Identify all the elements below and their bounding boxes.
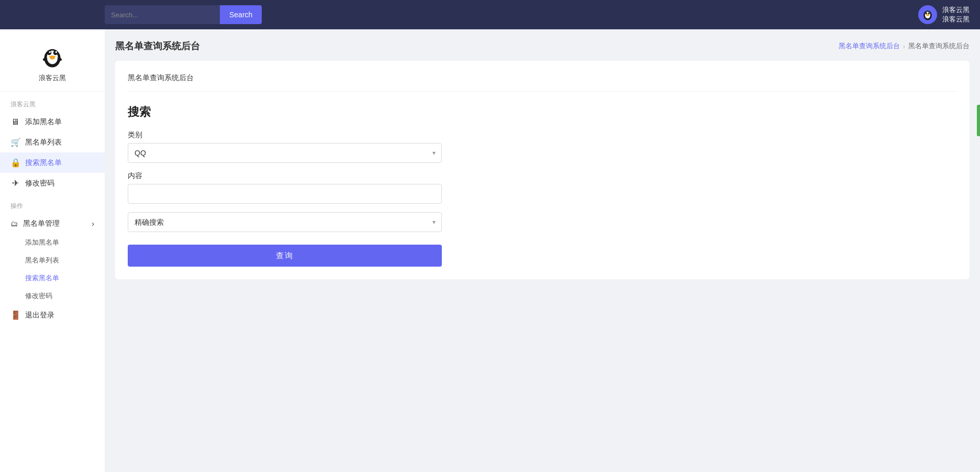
sidebar-logout-label: 退出登录 <box>25 311 54 320</box>
sidebar-section1-title: 浪客云黑 <box>0 92 105 112</box>
search-type-group: 精确搜索 模糊搜索 <box>128 212 957 232</box>
sidebar-logo-name: 浪客云黑 <box>39 73 66 83</box>
search-type-select-wrapper: 精确搜索 模糊搜索 <box>128 212 442 232</box>
svg-point-12 <box>49 51 51 53</box>
category-select[interactable]: QQ 微信 手机号 邮箱 <box>128 143 442 163</box>
breadcrumb-current: 黑名单查询系统后台 <box>908 41 970 51</box>
sidebar-subitem-search[interactable]: 搜索黑名单 <box>0 269 105 287</box>
svg-point-11 <box>53 50 58 55</box>
svg-point-13 <box>55 51 57 53</box>
category-label: 类别 <box>128 130 957 140</box>
search-type-select[interactable]: 精确搜索 模糊搜索 <box>128 212 442 232</box>
page-title: 黑名单查询系统后台 <box>115 40 200 52</box>
sidebar-item-search[interactable]: 🔒 搜索黑名单 <box>0 152 105 173</box>
svg-point-4 <box>926 13 927 13</box>
page-header: 黑名单查询系统后台 黑名单查询系统后台 › 黑名单查询系统后台 <box>115 40 970 52</box>
sidebar: 浪客云黑 浪客云黑 🖥 添加黑名单 🛒 黑名单列表 🔒 搜索黑名单 ✈ 修改密码… <box>0 29 105 472</box>
content-card: 黑名单查询系统后台 搜索 类别 QQ 微信 手机号 邮箱 <box>115 61 970 279</box>
logo-penguin-icon <box>39 42 66 69</box>
sidebar-group-label: 黑名单管理 <box>23 219 60 228</box>
main-content: 黑名单查询系统后台 黑名单查询系统后台 › 黑名单查询系统后台 黑名单查询系统后… <box>105 29 980 472</box>
avatar <box>918 5 937 24</box>
svg-point-3 <box>928 12 930 14</box>
card-title: 黑名单查询系统后台 <box>128 73 957 92</box>
svg-point-10 <box>47 50 52 55</box>
sidebar-subitem-list[interactable]: 黑名单列表 <box>0 251 105 269</box>
sidebar-item-add-label: 添加黑名单 <box>25 117 62 127</box>
search-input[interactable] <box>105 5 220 24</box>
sidebar-group-blacklist-mgmt[interactable]: 🗂 黑名单管理 › <box>0 214 105 234</box>
sidebar-subitem-pwd[interactable]: 修改密码 <box>0 287 105 305</box>
search-form: 搜索 类别 QQ 微信 手机号 邮箱 内容 <box>128 104 957 267</box>
content-input[interactable] <box>128 184 442 204</box>
category-group: 类别 QQ 微信 手机号 邮箱 <box>128 130 957 163</box>
sidebar-item-add-blacklist[interactable]: 🖥 添加黑名单 <box>0 112 105 132</box>
breadcrumb-link[interactable]: 黑名单查询系统后台 <box>839 41 900 51</box>
navbar-username: 浪客云黑 浪客云黑 <box>942 5 970 24</box>
right-accent-bar <box>977 105 980 136</box>
navbar-search-area: Search <box>105 5 262 24</box>
lock-icon: 🔒 <box>10 158 20 168</box>
sidebar-item-blacklist-label: 黑名单列表 <box>25 138 62 147</box>
svg-point-2 <box>925 12 927 14</box>
svg-point-15 <box>50 57 55 59</box>
sidebar-logo: 浪客云黑 <box>0 29 105 92</box>
content-label: 内容 <box>128 171 957 181</box>
sidebar-item-blacklist[interactable]: 🛒 黑名单列表 <box>0 132 105 152</box>
sidebar-section2-title: 操作 <box>0 193 105 214</box>
logout-icon: 🚪 <box>10 310 20 320</box>
sidebar-item-pwd-label: 修改密码 <box>25 179 54 188</box>
sidebar-item-change-pwd[interactable]: ✈ 修改密码 <box>0 173 105 193</box>
breadcrumb: 黑名单查询系统后台 › 黑名单查询系统后台 <box>839 41 970 51</box>
sidebar-group-left: 🗂 黑名单管理 <box>10 219 60 228</box>
svg-point-7 <box>927 15 929 16</box>
layout: 浪客云黑 浪客云黑 🖥 添加黑名单 🛒 黑名单列表 🔒 搜索黑名单 ✈ 修改密码… <box>0 29 980 472</box>
breadcrumb-separator: › <box>903 42 905 50</box>
send-icon: ✈ <box>10 178 20 188</box>
cart-icon: 🛒 <box>10 137 20 147</box>
navbar-user: 浪客云黑 浪客云黑 <box>918 5 970 24</box>
svg-point-5 <box>929 13 929 13</box>
navbar: Search 浪客云黑 浪客云黑 <box>0 0 980 29</box>
monitor-icon: 🖥 <box>10 117 20 127</box>
content-group: 内容 <box>128 171 957 204</box>
sidebar-subitem-add[interactable]: 添加黑名单 <box>0 234 105 251</box>
search-button[interactable]: Search <box>220 5 262 24</box>
chevron-right-icon: › <box>92 219 94 228</box>
category-select-wrapper: QQ 微信 手机号 邮箱 <box>128 143 442 163</box>
briefcase-icon: 🗂 <box>10 219 18 228</box>
query-button[interactable]: 查询 <box>128 245 442 267</box>
sidebar-item-search-label: 搜索黑名单 <box>25 158 62 168</box>
sidebar-item-logout[interactable]: 🚪 退出登录 <box>0 305 105 325</box>
search-heading: 搜索 <box>128 104 957 120</box>
